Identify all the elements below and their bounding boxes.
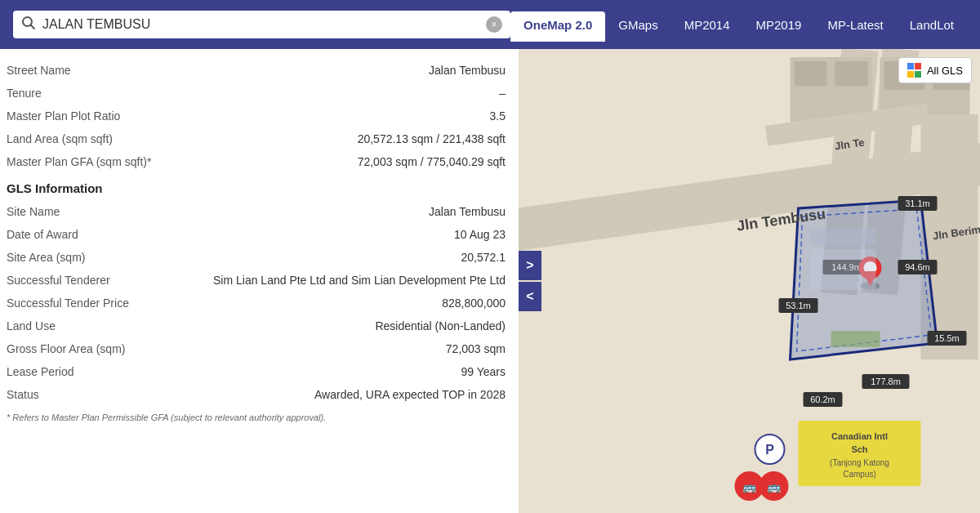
nav-item-landlot[interactable]: LandLot bbox=[897, 11, 967, 38]
land-area-value: 20,572.13 sqm / 221,438 sqft bbox=[170, 132, 506, 145]
tender-price-row: Successful Tender Price 828,800,000 bbox=[7, 292, 506, 314]
site-name-row: Site Name Jalan Tembusu bbox=[7, 200, 506, 223]
tenure-label: Tenure bbox=[7, 87, 170, 100]
status-value: Awarded, URA expected TOP in 2028 bbox=[170, 388, 506, 401]
measurement-53: 53.1m bbox=[786, 301, 811, 310]
parking-icon: P bbox=[765, 443, 774, 457]
gross-floor-row: Gross Floor Area (sqm) 72,003 sqm bbox=[7, 337, 506, 360]
svg-rect-35 bbox=[831, 331, 880, 347]
tenderer-label: Successful Tenderer bbox=[7, 274, 170, 287]
map-svg: Jln Tembusu Jln Berim Jln Te 31.1m 94.6m… bbox=[519, 49, 980, 513]
street-name-label: Street Name bbox=[7, 64, 170, 77]
search-input[interactable] bbox=[42, 17, 479, 32]
gfa-label: Master Plan GFA (sqm sqft)* bbox=[7, 155, 170, 168]
search-icon bbox=[21, 16, 36, 33]
status-label: Status bbox=[7, 388, 170, 401]
poi-label-line1: Canadian Intl bbox=[831, 431, 888, 441]
gls-icon bbox=[907, 63, 922, 78]
nav-item-mp-latest[interactable]: MP-Latest bbox=[814, 11, 896, 38]
measurement-94: 94.6m bbox=[905, 262, 930, 272]
bus-icon-1: 🚌 bbox=[742, 480, 757, 494]
land-area-row: Land Area (sqm sqft) 20,572.13 sqm / 221… bbox=[7, 127, 506, 150]
tenderer-value: Sim Lian Land Pte Ltd and Sim Lian Devel… bbox=[170, 274, 506, 287]
info-panel: Street Name Jalan Tembusu Tenure – Maste… bbox=[0, 49, 519, 513]
gfa-row: Master Plan GFA (sqm sqft)* 72,003 sqm /… bbox=[7, 150, 506, 173]
svg-line-1 bbox=[31, 25, 35, 29]
site-name-value: Jalan Tembusu bbox=[170, 205, 506, 218]
all-gls-button[interactable]: All GLS bbox=[898, 57, 972, 83]
tender-price-value: 828,800,000 bbox=[170, 297, 506, 310]
nav-item-onemap[interactable]: OneMap 2.0 bbox=[510, 11, 605, 42]
bus-icon-2: 🚌 bbox=[767, 480, 782, 494]
plot-ratio-value: 3.5 bbox=[170, 109, 506, 123]
gross-floor-label: Gross Floor Area (sqm) bbox=[7, 342, 170, 355]
main-content: Street Name Jalan Tembusu Tenure – Maste… bbox=[0, 49, 980, 513]
street-name-value: Jalan Tembusu bbox=[170, 64, 506, 77]
gfa-value: 72,003 sqm / 775,040.29 sqft bbox=[170, 155, 506, 168]
tenure-value: – bbox=[170, 87, 506, 100]
nav-item-mp2014[interactable]: MP2014 bbox=[671, 11, 743, 38]
gls-section-header: GLS Information bbox=[7, 173, 506, 200]
status-row: Status Awarded, URA expected TOP in 2028 bbox=[7, 383, 506, 406]
measurement-60: 60.2m bbox=[810, 395, 835, 404]
nav-items: OneMap 2.0 GMaps MP2014 MP2019 MP-Latest… bbox=[510, 11, 967, 38]
svg-rect-9 bbox=[835, 61, 868, 86]
site-name-label: Site Name bbox=[7, 205, 170, 218]
measurement-15: 15.5m bbox=[934, 333, 960, 343]
lease-period-label: Lease Period bbox=[7, 365, 170, 378]
lease-period-value: 99 Years bbox=[170, 365, 506, 378]
date-award-label: Date of Award bbox=[7, 228, 170, 241]
gross-floor-value: 72,003 sqm bbox=[170, 342, 506, 355]
svg-rect-33 bbox=[811, 229, 876, 245]
date-award-value: 10 Aug 23 bbox=[170, 228, 506, 241]
map-toggle-buttons: > < bbox=[519, 251, 541, 311]
site-area-label: Site Area (sqm) bbox=[7, 251, 170, 264]
site-area-value: 20,572.1 bbox=[170, 251, 506, 264]
map-collapse-button[interactable]: < bbox=[519, 282, 541, 311]
info-panel-scroll[interactable]: Street Name Jalan Tembusu Tenure – Maste… bbox=[0, 49, 519, 513]
svg-rect-8 bbox=[795, 61, 827, 86]
tenderer-row: Successful Tenderer Sim Lian Land Pte Lt… bbox=[7, 269, 506, 292]
date-award-row: Date of Award 10 Aug 23 bbox=[7, 223, 506, 246]
lease-period-row: Lease Period 99 Years bbox=[7, 360, 506, 383]
land-use-row: Land Use Residential (Non-Landed) bbox=[7, 314, 506, 337]
land-use-value: Residential (Non-Landed) bbox=[170, 319, 506, 332]
site-area-row: Site Area (sqm) 20,572.1 bbox=[7, 246, 506, 269]
tenure-row: Tenure – bbox=[7, 82, 506, 105]
property-info-table: Street Name Jalan Tembusu Tenure – Maste… bbox=[7, 59, 506, 429]
all-gls-label: All GLS bbox=[927, 65, 963, 77]
measurement-31: 31.1m bbox=[905, 199, 930, 208]
search-container: × bbox=[13, 11, 510, 38]
poi-label-line2: Sch bbox=[851, 444, 867, 454]
footnote: * Refers to Master Plan Permissible GFA … bbox=[7, 406, 506, 429]
land-use-label: Land Use bbox=[7, 319, 170, 332]
top-navigation: × OneMap 2.0 GMaps MP2014 MP2019 MP-Late… bbox=[0, 0, 980, 49]
nav-item-mp2019[interactable]: MP2019 bbox=[743, 11, 815, 38]
measurement-177: 177.8m bbox=[871, 377, 901, 386]
map-expand-button[interactable]: > bbox=[519, 251, 541, 280]
plot-ratio-row: Master Plan Plot Ratio 3.5 bbox=[7, 105, 506, 127]
land-area-label: Land Area (sqm sqft) bbox=[7, 132, 170, 145]
clear-search-button[interactable]: × bbox=[486, 16, 502, 33]
street-name-row: Street Name Jalan Tembusu bbox=[7, 59, 506, 82]
tender-price-label: Successful Tender Price bbox=[7, 297, 170, 310]
poi-label-line4: Campus) bbox=[843, 470, 876, 479]
svg-rect-34 bbox=[811, 249, 876, 290]
poi-label-line3: (Tanjong Katong bbox=[830, 458, 889, 467]
plot-ratio-label: Master Plan Plot Ratio bbox=[7, 109, 170, 123]
nav-item-gmaps[interactable]: GMaps bbox=[605, 11, 670, 38]
map-panel[interactable]: All GLS > < bbox=[519, 49, 980, 513]
